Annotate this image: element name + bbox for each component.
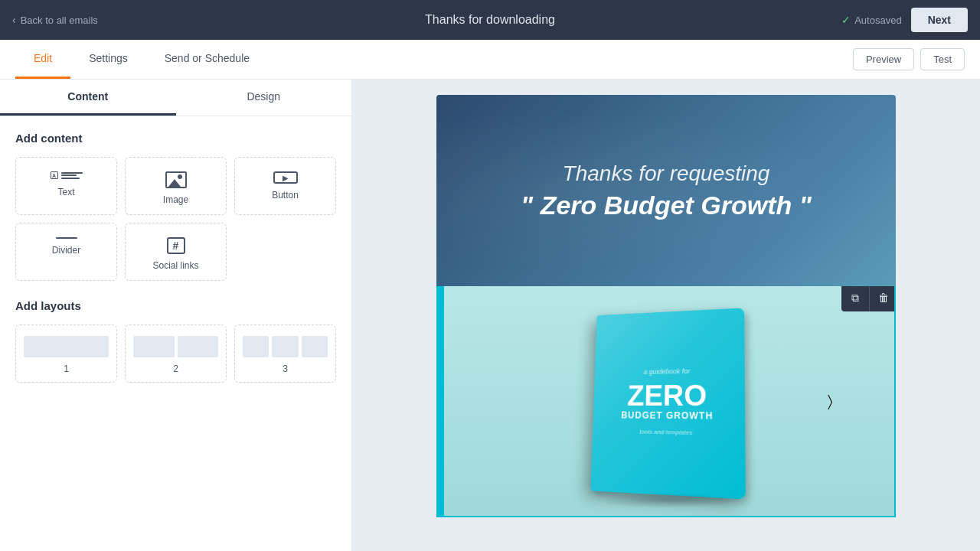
- layout-preview-3: [243, 336, 328, 357]
- secondary-nav: Edit Settings Send or Schedule Preview T…: [0, 40, 980, 80]
- header-line2: " Zero Budget Growth ": [521, 191, 812, 220]
- book-cover: a guidebook for ZERO BUDGET GROWTH tools…: [590, 308, 745, 499]
- layout-card-2[interactable]: 2: [125, 324, 227, 383]
- main-area: Content Design Add content A: [0, 80, 980, 551]
- book-title-main: ZERO: [627, 380, 707, 410]
- book-tagline: a guidebook for: [644, 367, 691, 375]
- content-text-label: Text: [57, 187, 74, 197]
- text-icon: A: [51, 171, 83, 181]
- panel-tab-content[interactable]: Content: [0, 80, 176, 116]
- copy-block-button[interactable]: ⧉: [841, 286, 869, 311]
- content-card-text[interactable]: A Text: [15, 157, 117, 215]
- next-button[interactable]: Next: [911, 8, 968, 32]
- back-to-emails-link[interactable]: ‹ Back to all emails: [12, 14, 98, 26]
- add-content-title: Add content: [15, 132, 336, 145]
- panel-content: Add content A: [0, 116, 351, 398]
- drag-handle[interactable]: [436, 386, 443, 416]
- autosaved-label: Autosaved: [854, 15, 901, 26]
- layout-grid: 1 2 3: [15, 324, 336, 383]
- book-block[interactable]: ⧉ 🗑: [436, 286, 896, 517]
- test-button[interactable]: Test: [920, 48, 965, 70]
- add-layouts-title: Add layouts: [15, 299, 336, 312]
- button-icon: ▶: [273, 171, 298, 184]
- content-grid: A Text: [15, 157, 336, 281]
- panel-tab-design[interactable]: Design: [176, 80, 352, 116]
- layout-3-label: 3: [283, 364, 288, 374]
- tab-edit[interactable]: Edit: [15, 40, 70, 79]
- image-icon: [165, 171, 187, 188]
- header-line1: Thanks for requesting: [521, 161, 812, 186]
- trash-icon: 🗑: [878, 292, 889, 304]
- content-card-button[interactable]: ▶ Button: [234, 157, 336, 215]
- book-block-inner: a guidebook for ZERO BUDGET GROWTH tools…: [438, 286, 894, 516]
- layout-preview-2: [133, 336, 218, 357]
- page-title: Thanks for downloading: [425, 13, 555, 27]
- content-card-social[interactable]: # Social links: [125, 223, 227, 281]
- layout-card-3[interactable]: 3: [234, 324, 336, 383]
- cursor-indicator: 〉: [828, 393, 833, 410]
- preview-button[interactable]: Preview: [853, 48, 914, 70]
- content-card-image[interactable]: Image: [125, 157, 227, 215]
- layout-2-label: 2: [173, 364, 178, 374]
- email-canvas: Thanks for requesting " Zero Budget Grow…: [436, 95, 896, 536]
- content-card-divider[interactable]: Divider: [15, 223, 117, 281]
- book-subtitle: tools and templates: [639, 428, 692, 435]
- delete-block-button[interactable]: 🗑: [869, 286, 896, 311]
- main-tabs: Edit Settings Send or Schedule: [15, 40, 268, 79]
- nav-actions: Preview Test: [853, 48, 965, 70]
- left-panel: Content Design Add content A: [0, 80, 352, 551]
- content-divider-label: Divider: [52, 245, 80, 256]
- email-header-block: Thanks for requesting " Zero Budget Grow…: [436, 95, 896, 286]
- nav-right: ✓ Autosaved Next: [841, 8, 968, 32]
- canvas-area: Thanks for requesting " Zero Budget Grow…: [352, 80, 980, 551]
- content-button-label: Button: [272, 190, 299, 201]
- tab-send-or-schedule[interactable]: Send or Schedule: [146, 40, 268, 79]
- check-icon: ✓: [841, 14, 851, 26]
- tab-settings[interactable]: Settings: [70, 40, 146, 79]
- float-toolbar: ⧉ 🗑: [841, 286, 896, 311]
- autosaved-status: ✓ Autosaved: [841, 14, 901, 26]
- back-arrow-icon: ‹: [12, 14, 16, 26]
- copy-icon: ⧉: [851, 292, 859, 305]
- content-social-label: Social links: [152, 260, 198, 271]
- social-links-icon: #: [167, 237, 185, 254]
- top-nav: ‹ Back to all emails Thanks for download…: [0, 0, 980, 40]
- layout-1-label: 1: [64, 364, 69, 374]
- layout-preview-1: [24, 336, 109, 357]
- panel-tabs: Content Design: [0, 80, 351, 116]
- divider-icon: [56, 237, 77, 239]
- header-text: Thanks for requesting " Zero Budget Grow…: [505, 146, 827, 236]
- layout-card-1[interactable]: 1: [15, 324, 117, 383]
- back-label: Back to all emails: [21, 15, 98, 26]
- content-image-label: Image: [163, 194, 188, 205]
- book-shadow: [597, 493, 735, 508]
- book-title-sub: BUDGET GROWTH: [621, 409, 714, 421]
